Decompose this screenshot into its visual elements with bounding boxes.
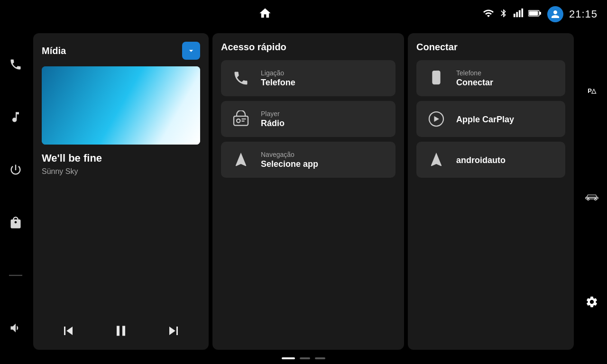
bag-icon[interactable] <box>6 213 25 232</box>
connect-phone-icon <box>425 67 448 90</box>
song-title: We'll be fine <box>42 152 200 164</box>
right-sidebar: P△ <box>576 28 607 364</box>
quick-card-telefone-value: Telefone <box>261 78 295 88</box>
parking-icon[interactable]: P△ <box>582 81 601 100</box>
quick-access-grid: Ligação Telefone Player Rádio <box>221 60 395 178</box>
svg-point-10 <box>594 198 596 200</box>
play-pause-button[interactable] <box>112 322 129 341</box>
svg-rect-1 <box>516 12 518 17</box>
svg-rect-6 <box>539 12 541 15</box>
connect-card-carplay-text: Apple CarPlay <box>456 114 514 125</box>
music-icon[interactable] <box>6 108 25 127</box>
media-title: Mídia <box>42 46 66 56</box>
quick-card-telefone-text: Ligação Telefone <box>261 69 295 88</box>
page-dot-3[interactable] <box>315 357 325 359</box>
connect-card-telefone[interactable]: Telefone Conectar <box>416 60 565 96</box>
connect-panel: Conectar Telefone Conectar <box>408 33 574 350</box>
quick-card-radio[interactable]: Player Rádio <box>221 101 395 137</box>
phone-icon[interactable] <box>6 55 25 74</box>
media-controls <box>42 322 200 341</box>
quick-card-nav[interactable]: Navegação Selecione app <box>221 142 395 178</box>
svg-rect-7 <box>9 275 22 276</box>
wifi-icon <box>483 8 494 21</box>
quick-card-telefone[interactable]: Ligação Telefone <box>221 60 395 96</box>
page-dot-2[interactable] <box>300 357 310 359</box>
connect-card-android-auto[interactable]: androidauto <box>416 142 565 178</box>
radio-quick-icon <box>230 108 252 130</box>
left-sidebar <box>0 28 31 364</box>
svg-marker-19 <box>434 116 440 122</box>
top-bar-center <box>258 7 272 22</box>
quick-card-radio-text: Player Rádio <box>261 110 285 128</box>
quick-card-telefone-label: Ligação <box>261 69 295 77</box>
connect-grid: Telefone Conectar Apple CarPlay <box>416 60 565 178</box>
quick-card-nav-text: Navegação Selecione app <box>261 151 318 169</box>
quick-card-radio-label: Player <box>261 110 285 118</box>
media-panel: Mídia We'll be fine Sünny Sky <box>33 33 209 350</box>
connect-card-carplay-value: Apple CarPlay <box>456 115 514 125</box>
bluetooth-icon <box>499 8 508 21</box>
svg-rect-11 <box>234 116 248 126</box>
quick-card-nav-value: Selecione app <box>261 159 318 169</box>
media-header: Mídia <box>42 42 200 60</box>
svg-rect-2 <box>519 10 521 18</box>
clock: 21:15 <box>569 8 598 20</box>
media-dropdown-button[interactable] <box>182 42 200 60</box>
carplay-icon <box>425 108 448 130</box>
svg-rect-5 <box>529 11 538 16</box>
signal-icon <box>513 8 524 20</box>
divider-icon <box>6 266 25 285</box>
avatar[interactable] <box>547 6 563 22</box>
android-auto-icon <box>425 148 448 171</box>
next-button[interactable] <box>165 322 182 341</box>
connect-card-android-auto-value: androidauto <box>456 155 506 165</box>
settings-icon[interactable] <box>582 292 601 311</box>
top-bar-right: 21:15 <box>483 6 598 22</box>
top-bar: 21:15 <box>0 0 607 28</box>
connect-card-carplay[interactable]: Apple CarPlay <box>416 101 565 137</box>
page-dot-1[interactable] <box>282 357 295 359</box>
power-icon[interactable] <box>6 160 25 179</box>
svg-rect-0 <box>514 14 515 17</box>
connect-card-telefone-text: Telefone Conectar <box>456 69 493 88</box>
quick-card-nav-label: Navegação <box>261 151 318 158</box>
connect-card-telefone-label: Telefone <box>456 69 493 77</box>
phone-quick-icon <box>230 67 252 90</box>
status-icons <box>483 8 542 21</box>
svg-point-12 <box>237 119 240 123</box>
battery-icon <box>528 9 542 19</box>
car-icon[interactable] <box>582 187 601 206</box>
connect-card-android-auto-text: androidauto <box>456 155 506 165</box>
quick-access-title: Acesso rápido <box>221 42 395 53</box>
prev-button[interactable] <box>60 322 77 341</box>
home-icon[interactable] <box>258 7 272 22</box>
quick-card-radio-value: Rádio <box>261 118 285 128</box>
connect-title: Conectar <box>416 42 565 53</box>
album-art <box>42 66 200 145</box>
main-content: Mídia We'll be fine Sünny Sky Acesso ráp… <box>31 28 576 364</box>
svg-point-9 <box>587 198 589 200</box>
song-artist: Sünny Sky <box>42 167 200 176</box>
svg-rect-3 <box>521 9 523 17</box>
connect-card-telefone-value: Conectar <box>456 78 493 88</box>
nav-quick-icon <box>230 148 252 171</box>
volume-icon[interactable] <box>6 318 25 337</box>
quick-access-panel: Acesso rápido Ligação Telefone Player <box>212 33 404 350</box>
page-dots <box>282 357 325 359</box>
